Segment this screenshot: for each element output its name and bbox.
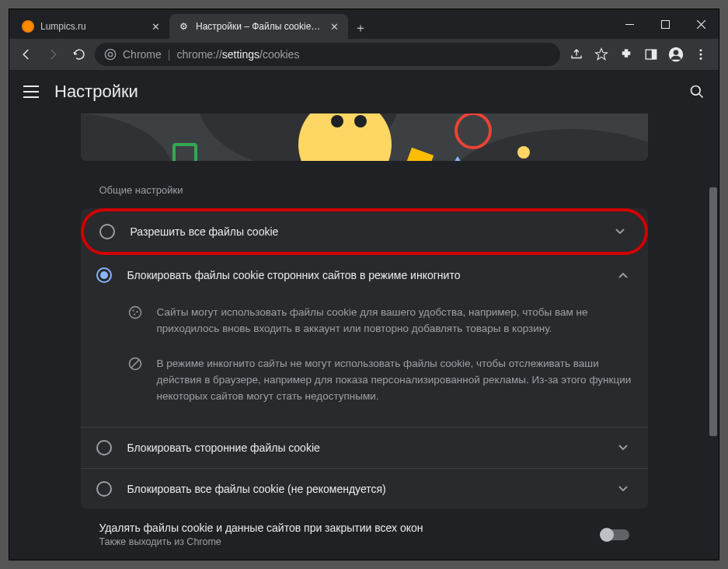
svg-rect-0 <box>625 24 634 25</box>
svg-point-11 <box>691 86 701 96</box>
tab-settings[interactable]: ⚙ Настройки – Файлы cookie и др ✕ <box>169 14 348 39</box>
svg-rect-19 <box>403 148 433 162</box>
svg-point-26 <box>134 314 135 316</box>
window-controls <box>611 9 719 39</box>
svg-point-23 <box>129 307 141 319</box>
tab-strip: Lumpics.ru ✕ ⚙ Настройки – Файлы cookie … <box>9 9 611 39</box>
content: Общие настройки Разрешить все файлы cook… <box>9 113 719 560</box>
section: Общие настройки Разрешить все файлы cook… <box>81 161 648 560</box>
sidepanel-button[interactable] <box>639 43 663 66</box>
chevron-up-icon[interactable] <box>614 272 632 278</box>
reload-button[interactable] <box>68 44 90 65</box>
hamburger-icon[interactable] <box>23 86 39 98</box>
toggle-label: Удалять файлы cookie и данные сайтов при… <box>99 522 601 534</box>
svg-point-16 <box>298 113 392 161</box>
back-button[interactable] <box>16 44 37 65</box>
content-wrap: Общие настройки Разрешить все файлы cook… <box>9 113 719 560</box>
svg-point-10 <box>700 58 702 60</box>
url-tail: /cookies <box>260 48 299 61</box>
svg-point-8 <box>700 49 702 51</box>
cookie-icon <box>127 305 143 320</box>
option-allow-all[interactable]: Разрешить все файлы cookie <box>81 208 648 255</box>
svg-point-7 <box>674 50 679 55</box>
bookmark-button[interactable] <box>590 43 613 66</box>
scrollbar-thumb[interactable] <box>709 187 717 436</box>
option-label: Блокировать сторонние файлы cookie <box>127 442 614 454</box>
option-label: Блокировать файлы cookie сторонних сайто… <box>127 269 614 281</box>
favicon-lumpics <box>22 20 34 33</box>
address-bar: Chrome | chrome://settings/cookies <box>9 39 719 70</box>
option-block-all[interactable]: Блокировать все файлы cookie (не рекомен… <box>81 469 648 509</box>
page-title: Настройки <box>54 82 138 102</box>
block-icon <box>127 356 143 372</box>
url-field[interactable]: Chrome | chrome://settings/cookies <box>95 43 560 66</box>
svg-point-24 <box>132 310 134 312</box>
settings-header: Настройки <box>9 70 719 113</box>
url-dim: chrome:// <box>176 48 221 61</box>
svg-point-22 <box>517 146 530 159</box>
svg-point-17 <box>331 115 343 127</box>
section-label: Общие настройки <box>81 184 648 208</box>
favicon-settings: ⚙ <box>177 20 190 33</box>
toggle-sublabel: Также выходить из Chrome <box>99 536 601 547</box>
menu-button[interactable] <box>689 43 712 66</box>
close-button[interactable] <box>683 9 719 39</box>
chrome-icon <box>104 48 117 61</box>
svg-point-14 <box>438 129 648 161</box>
option-details: Сайты могут использовать файлы cookie дл… <box>81 295 648 428</box>
search-icon[interactable] <box>689 84 705 99</box>
option-label: Разрешить все файлы cookie <box>131 225 611 238</box>
radio-icon[interactable] <box>96 440 112 456</box>
svg-point-9 <box>700 54 702 56</box>
forward-button[interactable] <box>42 44 64 65</box>
option-label: Блокировать все файлы cookie (не рекомен… <box>127 483 614 495</box>
url-prefix: Chrome <box>123 48 162 61</box>
chevron-down-icon[interactable] <box>614 445 632 451</box>
tab-title: Lumpics.ru <box>40 21 143 32</box>
banner <box>81 113 648 161</box>
close-icon[interactable]: ✕ <box>149 20 162 33</box>
close-icon[interactable]: ✕ <box>328 20 340 33</box>
svg-point-12 <box>81 113 174 161</box>
option-block-incognito[interactable]: Блокировать файлы cookie сторонних сайто… <box>81 255 648 295</box>
svg-rect-1 <box>661 20 669 28</box>
scrollbar[interactable] <box>708 113 719 560</box>
svg-point-20 <box>456 113 490 148</box>
tab-title: Настройки – Файлы cookie и др <box>196 21 322 32</box>
radio-icon[interactable] <box>96 267 112 283</box>
detail-text: В режиме инкогнито сайты не могут исполь… <box>157 356 632 405</box>
svg-point-25 <box>136 311 138 312</box>
share-button[interactable] <box>565 43 588 66</box>
svg-rect-5 <box>652 50 657 59</box>
chevron-down-icon[interactable] <box>611 229 629 235</box>
new-tab-button[interactable]: ＋ <box>350 17 371 39</box>
svg-rect-15 <box>174 145 196 161</box>
svg-point-18 <box>354 115 367 127</box>
titlebar: Lumpics.ru ✕ ⚙ Настройки – Файлы cookie … <box>9 9 719 39</box>
radio-icon[interactable] <box>99 224 115 239</box>
browser-window: Lumpics.ru ✕ ⚙ Настройки – Файлы cookie … <box>9 9 719 560</box>
profile-button[interactable] <box>664 43 688 66</box>
chevron-down-icon[interactable] <box>614 486 632 492</box>
minimize-button[interactable] <box>611 9 647 39</box>
toggle-row: Удалять файлы cookie и данные сайтов при… <box>81 509 648 560</box>
url-hl: settings <box>222 48 260 61</box>
extensions-button[interactable] <box>615 43 638 66</box>
toggle-switch[interactable] <box>601 529 629 540</box>
maximize-button[interactable] <box>647 9 683 39</box>
options-card: Разрешить все файлы cookie Блокировать ф… <box>81 208 648 509</box>
detail-text: Сайты могут использовать файлы cookie дл… <box>157 305 632 337</box>
svg-point-2 <box>105 49 115 59</box>
tab-lumpics[interactable]: Lumpics.ru ✕ <box>14 14 169 39</box>
radio-icon[interactable] <box>96 481 112 497</box>
option-block-third-party[interactable]: Блокировать сторонние файлы cookie <box>81 428 648 469</box>
svg-point-3 <box>108 52 112 56</box>
